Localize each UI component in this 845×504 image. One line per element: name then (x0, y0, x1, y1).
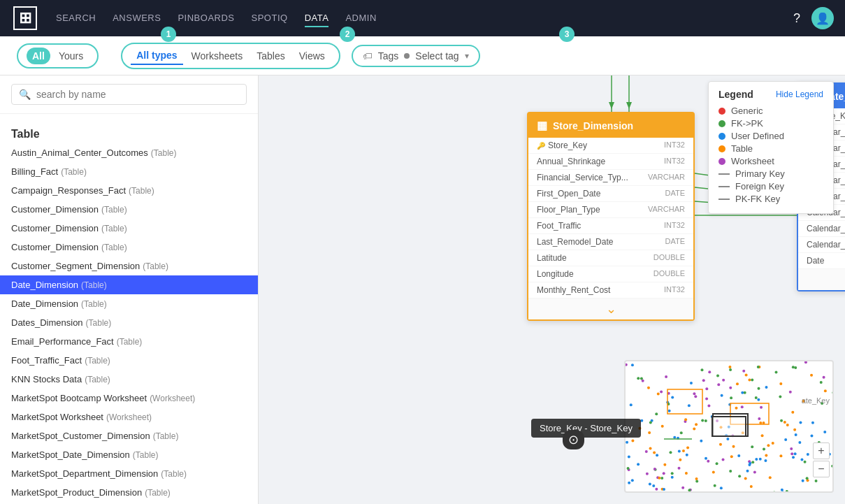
legend-item-1: FK->PK (718, 118, 823, 129)
sidebar-item-type-16: (Table) (133, 450, 159, 460)
nav-answers[interactable]: ANSWERS (113, 10, 161, 27)
tables-tab[interactable]: Tables (251, 48, 290, 64)
store-card-more[interactable]: ⌄ (528, 298, 693, 319)
key-icon-0: 🔑 (537, 142, 545, 150)
sidebar-item-type-4: (Table) (101, 224, 127, 233)
store-row-9: Monthly_Rent_CostINT32 (528, 282, 693, 298)
zoom-controls: + − (813, 442, 830, 477)
sidebar-item-3[interactable]: Customer_Dimension (Table) (0, 200, 258, 219)
sidebar-item-5[interactable]: Customer_Dimension (Table) (0, 238, 258, 257)
store-col-name-7: Latitude (537, 253, 567, 263)
store-row-2: Financial_Service_Typ...VARCHAR (528, 170, 693, 186)
canvas-area: ▦ Store_Dimension 🔑Store_KeyINT32Annual_… (259, 75, 845, 504)
store-col-name-6: Last_Remodel_Date (537, 237, 613, 247)
user-avatar[interactable]: 👤 (811, 7, 834, 29)
sidebar-item-type-15: (Table) (153, 431, 179, 441)
sidebar-item-name-4: Customer_Dimension (11, 223, 99, 233)
select-tag-chevron[interactable]: ▾ (465, 51, 469, 61)
store-row-name-1: Annual_Shrinkage (537, 157, 605, 166)
store-col-type-8: DOUBLE (653, 269, 685, 279)
search-box[interactable]: 🔍 (11, 84, 247, 105)
mini-viewport[interactable] (712, 416, 746, 437)
legend-label-6: Foreign Key (735, 181, 784, 192)
logo[interactable]: ⊞ (11, 4, 39, 32)
zoom-in-button[interactable]: + (813, 442, 830, 459)
legend-dot-2 (718, 133, 725, 140)
sidebar-item-10[interactable]: Email_Performance_Fact (Table) (0, 332, 258, 351)
worksheets-tab[interactable]: Worksheets (186, 48, 249, 64)
sidebar-item-type-8: (Table) (81, 299, 107, 309)
type-filter-group: All types Worksheets Tables Views (121, 43, 340, 69)
nav-data[interactable]: DATA (305, 10, 329, 27)
store-card-header: ▦ Store_Dimension (528, 113, 693, 138)
select-tag-dot (404, 53, 410, 59)
step-badge-1: 1 (161, 27, 176, 42)
hide-legend-button[interactable]: Hide Legend (776, 89, 823, 99)
date-card-more[interactable]: ⌄ (798, 269, 845, 290)
store-col-type-4: VARCHAR (648, 205, 685, 215)
store-dimension-card[interactable]: ▦ Store_Dimension 🔑Store_KeyINT32Annual_… (527, 112, 695, 321)
nav-pinboards[interactable]: PINBOARDS (178, 10, 234, 27)
store-col-type-3: DATE (665, 189, 685, 199)
all-filter-btn[interactable]: All (27, 48, 50, 64)
sidebar-item-type-5: (Table) (101, 243, 127, 252)
sidebar-item-15[interactable]: MarketSpot_Customer_Dimension (Table) (0, 426, 258, 445)
logo-icon: ⊞ (13, 6, 37, 30)
sidebar-item-2[interactable]: Campaign_Responses_Fact (Table) (0, 181, 258, 200)
sidebar-item-6[interactable]: Customer_Segment_Dimension (Table) (0, 257, 258, 275)
store-col-name-8: Longitude (537, 269, 574, 279)
tags-label: Tags (378, 50, 399, 62)
sidebar-item-type-17: (Table) (161, 469, 187, 479)
store-col-type-9: INT32 (664, 285, 685, 295)
sidebar-item-12[interactable]: KNN Stocks Data (Table) (0, 370, 258, 389)
select-tag-label[interactable]: Select tag (415, 50, 458, 62)
store-col-type-6: DATE (665, 237, 685, 247)
sidebar-item-14[interactable]: MarketSpot Worksheet (Worksheet) (0, 408, 258, 426)
main-layout: 🔍 Table Austin_Animal_Center_Outcomes (T… (0, 75, 845, 504)
sidebar-item-11[interactable]: Foot_Traffic_Fact (Table) (0, 351, 258, 370)
zoom-out-button[interactable]: − (813, 461, 830, 477)
nav-admin[interactable]: ADMIN (345, 10, 376, 27)
step-3-number: 3 (559, 27, 575, 42)
nav-search[interactable]: SEARCH (56, 10, 96, 27)
sidebar-item-7[interactable]: Date_Dimension (Table) (0, 275, 258, 294)
store-card-title: Store_Dimension (553, 120, 633, 131)
store-col-name-3: First_Open_Date (537, 189, 600, 199)
store-card-icon: ▦ (537, 119, 547, 132)
sidebar-item-18[interactable]: MarketSpot_Product_Dimension (Table) (0, 483, 258, 502)
sidebar-item-type-9: (Table) (86, 318, 112, 328)
all-types-tab[interactable]: All types (131, 47, 182, 65)
sidebar-item-name-3: Customer_Dimension (11, 204, 99, 215)
sidebar-item-name-9: Dates_Dimension (11, 317, 83, 328)
store-col-name-2: Financial_Service_Typ... (537, 173, 628, 182)
sidebar-item-name-11: Foot_Traffic_Fact (11, 355, 82, 366)
sidebar-item-name-8: Date_Dimension (11, 298, 78, 309)
toggle-icon[interactable]: ⊙ (563, 430, 584, 449)
sidebar-item-name-14: MarketSpot Worksheet (11, 412, 103, 422)
sidebar-item-9[interactable]: Dates_Dimension (Table) (0, 313, 258, 332)
views-tab[interactable]: Views (294, 48, 331, 64)
sidebar-item-name-10: Email_Performance_Fact (11, 336, 114, 347)
store-col-type-2: VARCHAR (648, 173, 685, 182)
store-row-name-0: 🔑Store_Key (537, 141, 587, 150)
sidebar-item-type-6: (Table) (143, 261, 168, 271)
store-col-type-5: INT32 (664, 221, 685, 231)
sidebar-items-list: Austin_Animal_Center_Outcomes (Table)Bil… (0, 143, 258, 504)
sidebar-item-1[interactable]: Billing_Fact (Table) (0, 162, 258, 181)
sidebar-item-4[interactable]: Customer_Dimension (Table) (0, 219, 258, 238)
sidebar-item-13[interactable]: MarketSpot Bootcamp Worksheet (Worksheet… (0, 389, 258, 408)
sidebar-item-16[interactable]: MarketSpot_Date_Dimension (Table) (0, 445, 258, 464)
sidebar-item-0[interactable]: Austin_Animal_Center_Outcomes (Table) (0, 143, 258, 162)
sidebar-item-17[interactable]: MarketSpot_Department_Dimension (Table) (0, 464, 258, 483)
legend-item-0: Generic (718, 106, 823, 116)
help-icon[interactable]: ? (793, 11, 800, 26)
sidebar: 🔍 Table Austin_Animal_Center_Outcomes (T… (0, 75, 259, 504)
nav-spotiq[interactable]: SPOTIQ (252, 10, 288, 27)
store-row-6: Last_Remodel_DateDATE (528, 234, 693, 250)
yours-filter-btn[interactable]: Yours (53, 48, 89, 64)
date-row-name-9: Date (807, 256, 824, 266)
sidebar-item-8[interactable]: Date_Dimension (Table) (0, 294, 258, 313)
thumbnail-overlay[interactable]: + − ate_Key (624, 360, 834, 493)
legend-dot-1 (718, 120, 725, 127)
search-input[interactable] (36, 89, 239, 100)
